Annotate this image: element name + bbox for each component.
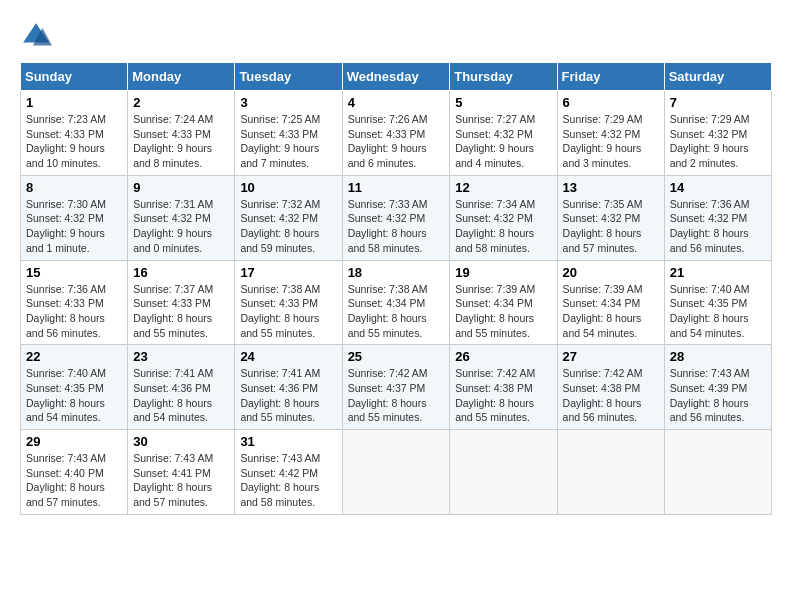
day-number: 9 <box>133 180 229 195</box>
day-number: 3 <box>240 95 336 110</box>
sunset-label: Sunset: 4:32 PM <box>670 128 748 140</box>
daylight-label: Daylight: 8 hours and 54 minutes. <box>670 312 749 339</box>
daylight-label: Daylight: 9 hours and 3 minutes. <box>563 142 642 169</box>
day-info: Sunrise: 7:35 AM Sunset: 4:32 PM Dayligh… <box>563 197 659 256</box>
weekday-header: Thursday <box>450 63 557 91</box>
daylight-label: Daylight: 8 hours and 57 minutes. <box>133 481 212 508</box>
day-number: 4 <box>348 95 445 110</box>
sunset-label: Sunset: 4:32 PM <box>348 212 426 224</box>
day-number: 23 <box>133 349 229 364</box>
day-number: 25 <box>348 349 445 364</box>
day-info: Sunrise: 7:43 AM Sunset: 4:41 PM Dayligh… <box>133 451 229 510</box>
sunrise-label: Sunrise: 7:40 AM <box>26 367 106 379</box>
daylight-label: Daylight: 8 hours and 56 minutes. <box>563 397 642 424</box>
calendar-cell: 23 Sunrise: 7:41 AM Sunset: 4:36 PM Dayl… <box>128 345 235 430</box>
day-number: 17 <box>240 265 336 280</box>
sunset-label: Sunset: 4:33 PM <box>26 128 104 140</box>
day-number: 1 <box>26 95 122 110</box>
sunset-label: Sunset: 4:39 PM <box>670 382 748 394</box>
daylight-label: Daylight: 8 hours and 55 minutes. <box>348 312 427 339</box>
sunrise-label: Sunrise: 7:27 AM <box>455 113 535 125</box>
day-info: Sunrise: 7:29 AM Sunset: 4:32 PM Dayligh… <box>670 112 766 171</box>
day-info: Sunrise: 7:42 AM Sunset: 4:38 PM Dayligh… <box>563 366 659 425</box>
sunset-label: Sunset: 4:40 PM <box>26 467 104 479</box>
day-info: Sunrise: 7:40 AM Sunset: 4:35 PM Dayligh… <box>26 366 122 425</box>
sunrise-label: Sunrise: 7:43 AM <box>133 452 213 464</box>
sunset-label: Sunset: 4:42 PM <box>240 467 318 479</box>
weekday-header: Sunday <box>21 63 128 91</box>
day-info: Sunrise: 7:24 AM Sunset: 4:33 PM Dayligh… <box>133 112 229 171</box>
daylight-label: Daylight: 8 hours and 59 minutes. <box>240 227 319 254</box>
calendar-cell: 18 Sunrise: 7:38 AM Sunset: 4:34 PM Dayl… <box>342 260 450 345</box>
calendar-cell: 11 Sunrise: 7:33 AM Sunset: 4:32 PM Dayl… <box>342 175 450 260</box>
day-number: 24 <box>240 349 336 364</box>
sunset-label: Sunset: 4:33 PM <box>348 128 426 140</box>
day-info: Sunrise: 7:33 AM Sunset: 4:32 PM Dayligh… <box>348 197 445 256</box>
sunrise-label: Sunrise: 7:41 AM <box>133 367 213 379</box>
sunset-label: Sunset: 4:32 PM <box>26 212 104 224</box>
daylight-label: Daylight: 9 hours and 6 minutes. <box>348 142 427 169</box>
day-number: 16 <box>133 265 229 280</box>
daylight-label: Daylight: 8 hours and 55 minutes. <box>455 312 534 339</box>
sunrise-label: Sunrise: 7:40 AM <box>670 283 750 295</box>
day-info: Sunrise: 7:39 AM Sunset: 4:34 PM Dayligh… <box>563 282 659 341</box>
sunset-label: Sunset: 4:38 PM <box>563 382 641 394</box>
sunset-label: Sunset: 4:34 PM <box>455 297 533 309</box>
sunrise-label: Sunrise: 7:39 AM <box>563 283 643 295</box>
sunrise-label: Sunrise: 7:38 AM <box>240 283 320 295</box>
sunset-label: Sunset: 4:33 PM <box>26 297 104 309</box>
sunset-label: Sunset: 4:34 PM <box>348 297 426 309</box>
day-info: Sunrise: 7:30 AM Sunset: 4:32 PM Dayligh… <box>26 197 122 256</box>
day-number: 22 <box>26 349 122 364</box>
day-number: 13 <box>563 180 659 195</box>
calendar-cell: 30 Sunrise: 7:43 AM Sunset: 4:41 PM Dayl… <box>128 430 235 515</box>
day-number: 19 <box>455 265 551 280</box>
sunrise-label: Sunrise: 7:31 AM <box>133 198 213 210</box>
day-info: Sunrise: 7:43 AM Sunset: 4:39 PM Dayligh… <box>670 366 766 425</box>
sunset-label: Sunset: 4:32 PM <box>455 212 533 224</box>
day-number: 2 <box>133 95 229 110</box>
calendar-week-row: 22 Sunrise: 7:40 AM Sunset: 4:35 PM Dayl… <box>21 345 772 430</box>
sunset-label: Sunset: 4:33 PM <box>240 297 318 309</box>
day-info: Sunrise: 7:23 AM Sunset: 4:33 PM Dayligh… <box>26 112 122 171</box>
daylight-label: Daylight: 8 hours and 54 minutes. <box>26 397 105 424</box>
day-info: Sunrise: 7:37 AM Sunset: 4:33 PM Dayligh… <box>133 282 229 341</box>
sunset-label: Sunset: 4:33 PM <box>133 128 211 140</box>
calendar-cell: 7 Sunrise: 7:29 AM Sunset: 4:32 PM Dayli… <box>664 91 771 176</box>
sunrise-label: Sunrise: 7:24 AM <box>133 113 213 125</box>
day-info: Sunrise: 7:38 AM Sunset: 4:33 PM Dayligh… <box>240 282 336 341</box>
calendar-cell: 9 Sunrise: 7:31 AM Sunset: 4:32 PM Dayli… <box>128 175 235 260</box>
calendar-cell: 25 Sunrise: 7:42 AM Sunset: 4:37 PM Dayl… <box>342 345 450 430</box>
day-info: Sunrise: 7:36 AM Sunset: 4:32 PM Dayligh… <box>670 197 766 256</box>
sunset-label: Sunset: 4:32 PM <box>563 128 641 140</box>
calendar-cell: 1 Sunrise: 7:23 AM Sunset: 4:33 PM Dayli… <box>21 91 128 176</box>
sunrise-label: Sunrise: 7:39 AM <box>455 283 535 295</box>
weekday-header: Monday <box>128 63 235 91</box>
sunset-label: Sunset: 4:34 PM <box>563 297 641 309</box>
sunrise-label: Sunrise: 7:35 AM <box>563 198 643 210</box>
daylight-label: Daylight: 8 hours and 55 minutes. <box>133 312 212 339</box>
day-info: Sunrise: 7:34 AM Sunset: 4:32 PM Dayligh… <box>455 197 551 256</box>
sunrise-label: Sunrise: 7:32 AM <box>240 198 320 210</box>
calendar-cell: 20 Sunrise: 7:39 AM Sunset: 4:34 PM Dayl… <box>557 260 664 345</box>
calendar-table: SundayMondayTuesdayWednesdayThursdayFrid… <box>20 62 772 515</box>
calendar-cell: 21 Sunrise: 7:40 AM Sunset: 4:35 PM Dayl… <box>664 260 771 345</box>
day-number: 14 <box>670 180 766 195</box>
calendar-cell: 16 Sunrise: 7:37 AM Sunset: 4:33 PM Dayl… <box>128 260 235 345</box>
sunset-label: Sunset: 4:35 PM <box>670 297 748 309</box>
day-number: 26 <box>455 349 551 364</box>
sunrise-label: Sunrise: 7:42 AM <box>348 367 428 379</box>
calendar-cell: 5 Sunrise: 7:27 AM Sunset: 4:32 PM Dayli… <box>450 91 557 176</box>
daylight-label: Daylight: 8 hours and 57 minutes. <box>563 227 642 254</box>
daylight-label: Daylight: 8 hours and 54 minutes. <box>133 397 212 424</box>
daylight-label: Daylight: 8 hours and 57 minutes. <box>26 481 105 508</box>
day-info: Sunrise: 7:27 AM Sunset: 4:32 PM Dayligh… <box>455 112 551 171</box>
sunset-label: Sunset: 4:38 PM <box>455 382 533 394</box>
day-number: 15 <box>26 265 122 280</box>
sunset-label: Sunset: 4:33 PM <box>240 128 318 140</box>
daylight-label: Daylight: 9 hours and 2 minutes. <box>670 142 749 169</box>
sunrise-label: Sunrise: 7:34 AM <box>455 198 535 210</box>
sunrise-label: Sunrise: 7:42 AM <box>455 367 535 379</box>
calendar-cell <box>557 430 664 515</box>
day-info: Sunrise: 7:43 AM Sunset: 4:42 PM Dayligh… <box>240 451 336 510</box>
